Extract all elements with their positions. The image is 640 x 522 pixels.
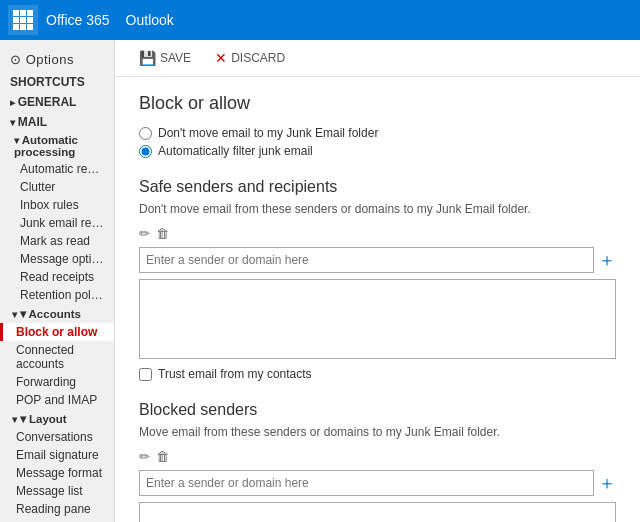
sidebar-item-reading-pane[interactable]: Reading pane — [0, 500, 114, 518]
radio-dont-move-label: Don't move email to my Junk Email folder — [158, 126, 378, 140]
save-icon: 💾 — [139, 50, 156, 66]
safe-senders-desc: Don't move email from these senders or d… — [139, 202, 616, 216]
radio-auto-filter-input[interactable] — [139, 145, 152, 158]
sidebar-item-connected-accounts[interactable]: Connected accounts — [0, 341, 114, 373]
accounts-section[interactable]: ▾ Accounts — [0, 304, 114, 323]
sidebar-item-forwarding[interactable]: Forwarding — [0, 373, 114, 391]
safe-senders-delete-icon[interactable]: 🗑 — [156, 226, 169, 241]
sidebar-item-email-signature[interactable]: Email signature — [0, 446, 114, 464]
office-label: Office 365 — [46, 12, 110, 28]
safe-senders-list — [139, 279, 616, 359]
radio-dont-move[interactable]: Don't move email to my Junk Email folder — [139, 126, 616, 140]
sidebar-item-conversations[interactable]: Conversations — [0, 428, 114, 446]
calendar-section[interactable]: CALENDAR — [0, 518, 114, 522]
blocked-senders-title: Blocked senders — [139, 401, 616, 419]
sidebar-item-read-receipts[interactable]: Read receipts — [0, 268, 114, 286]
content-area: 💾 SAVE ✕ DISCARD Block or allow Don't mo… — [115, 40, 640, 522]
blocked-senders-input-row: ✏ 🗑 — [139, 449, 616, 464]
sidebar-item-pop-and-imap[interactable]: POP and IMAP — [0, 391, 114, 409]
blocked-senders-edit-icon[interactable]: ✏ — [139, 449, 150, 464]
grid-button[interactable] — [8, 5, 38, 35]
save-button[interactable]: 💾 SAVE — [135, 48, 195, 68]
blocked-senders-list — [139, 502, 616, 522]
save-label: SAVE — [160, 51, 191, 65]
radio-auto-filter[interactable]: Automatically filter junk email — [139, 144, 616, 158]
sidebar-item-mark-as-read[interactable]: Mark as read — [0, 232, 114, 250]
safe-senders-edit-icon[interactable]: ✏ — [139, 226, 150, 241]
trust-contacts-row[interactable]: Trust email from my contacts — [139, 367, 616, 381]
shortcuts-section[interactable]: SHORTCUTS — [0, 71, 114, 91]
discard-icon: ✕ — [215, 50, 227, 66]
sidebar-item-retention-policies[interactable]: Retention policies — [0, 286, 114, 304]
main-layout: ⊙ Options SHORTCUTS GENERAL MAIL Automat… — [0, 40, 640, 522]
safe-senders-input[interactable] — [139, 247, 594, 273]
sidebar: ⊙ Options SHORTCUTS GENERAL MAIL Automat… — [0, 40, 115, 522]
radio-auto-filter-label: Automatically filter junk email — [158, 144, 313, 158]
mail-section[interactable]: MAIL — [0, 111, 114, 131]
sidebar-item-message-options[interactable]: Message options — [0, 250, 114, 268]
junk-email-radio-group: Don't move email to my Junk Email folder… — [139, 126, 616, 158]
discard-label: DISCARD — [231, 51, 285, 65]
safe-senders-input-row: ✏ 🗑 — [139, 226, 616, 241]
discard-button[interactable]: ✕ DISCARD — [211, 48, 289, 68]
toolbar: 💾 SAVE ✕ DISCARD — [115, 40, 640, 77]
automatic-processing-section[interactable]: Automatic processing — [0, 131, 114, 160]
trust-contacts-label: Trust email from my contacts — [158, 367, 312, 381]
sidebar-item-clutter[interactable]: Clutter — [0, 178, 114, 196]
radio-dont-move-input[interactable] — [139, 127, 152, 140]
sidebar-item-inbox-rules[interactable]: Inbox rules — [0, 196, 114, 214]
safe-senders-add-icon[interactable]: ＋ — [598, 248, 616, 272]
blocked-senders-desc: Move email from these senders or domains… — [139, 425, 616, 439]
blocked-senders-input[interactable] — [139, 470, 594, 496]
sidebar-item-message-list[interactable]: Message list — [0, 482, 114, 500]
content-body: Block or allow Don't move email to my Ju… — [115, 77, 640, 522]
safe-senders-title: Safe senders and recipients — [139, 178, 616, 196]
block-allow-title: Block or allow — [139, 93, 616, 114]
sidebar-item-junk-email-reporting[interactable]: Junk email reporting — [0, 214, 114, 232]
sidebar-item-block-or-allow[interactable]: Block or allow — [0, 323, 114, 341]
app-label: Outlook — [126, 12, 174, 28]
sidebar-item-automatic-replies[interactable]: Automatic replies — [0, 160, 114, 178]
trust-contacts-checkbox[interactable] — [139, 368, 152, 381]
layout-section[interactable]: ▾ Layout — [0, 409, 114, 428]
blocked-senders-delete-icon[interactable]: 🗑 — [156, 449, 169, 464]
grid-icon — [13, 10, 33, 30]
general-section[interactable]: GENERAL — [0, 91, 114, 111]
sidebar-item-message-format[interactable]: Message format — [0, 464, 114, 482]
options-title: ⊙ Options — [0, 44, 114, 71]
blocked-senders-add-icon[interactable]: ＋ — [598, 471, 616, 495]
top-bar: Office 365 Outlook — [0, 0, 640, 40]
